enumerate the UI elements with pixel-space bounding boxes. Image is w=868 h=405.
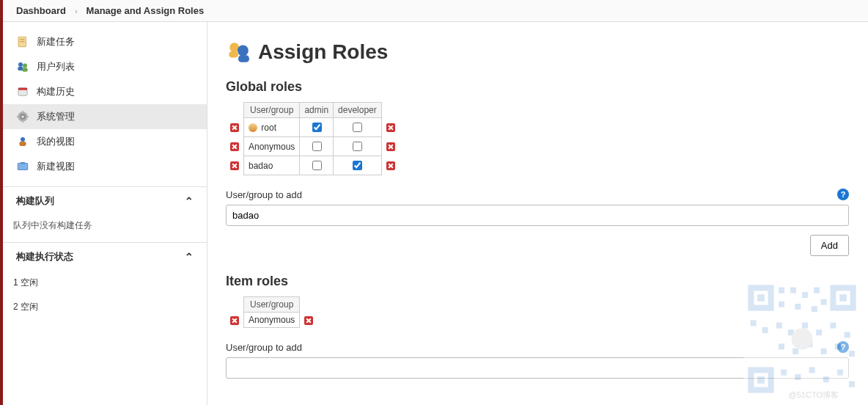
admin-checkbox[interactable] xyxy=(312,161,322,170)
svg-rect-12 xyxy=(22,111,23,113)
exec-status-title: 构建执行状态 xyxy=(16,250,73,263)
table-header: admin xyxy=(300,103,334,118)
svg-rect-1 xyxy=(20,39,24,40)
delete-icon[interactable] xyxy=(386,161,395,170)
build-queue-title: 构建队列 xyxy=(16,194,54,208)
item-add-label: User/group to add xyxy=(226,342,302,353)
newview-icon xyxy=(16,160,29,173)
users-icon xyxy=(16,60,29,73)
chevron-down-icon: ⌃ xyxy=(185,251,194,263)
delete-icon[interactable] xyxy=(386,123,395,132)
svg-rect-13 xyxy=(22,120,23,123)
svg-rect-18 xyxy=(18,164,28,170)
delete-icon[interactable] xyxy=(230,161,239,170)
svg-rect-15 xyxy=(26,116,29,117)
svg-rect-6 xyxy=(22,68,28,72)
gear-icon xyxy=(16,110,29,123)
breadcrumb-current[interactable]: Manage and Assign Roles xyxy=(87,5,205,16)
sidebar-item-3[interactable]: 系统管理 xyxy=(3,104,207,129)
table-header: developer xyxy=(334,103,382,118)
table-row: Anonymous xyxy=(226,137,400,156)
svg-point-21 xyxy=(238,45,249,56)
help-icon[interactable]: ? xyxy=(837,341,849,353)
build-queue-empty: 队列中没有构建任务 xyxy=(3,215,207,242)
global-add-label: User/group to add xyxy=(226,189,302,200)
svg-point-3 xyxy=(18,62,23,67)
svg-point-4 xyxy=(23,64,27,68)
exec-status-header[interactable]: 构建执行状态 ⌃ xyxy=(3,242,207,271)
svg-rect-2 xyxy=(20,41,24,42)
chevron-right-icon: › xyxy=(75,7,78,15)
sidebar-item-5[interactable]: 新建视图 xyxy=(3,154,207,179)
item-add-input[interactable] xyxy=(226,357,849,379)
user-cell: Anonymous xyxy=(244,313,300,328)
item-roles-heading: Item roles xyxy=(226,274,849,289)
add-button[interactable]: Add xyxy=(810,235,849,256)
myview-icon xyxy=(16,135,29,148)
people-icon xyxy=(226,40,251,65)
svg-rect-14 xyxy=(17,116,19,117)
sidebar-item-2[interactable]: 构建历史 xyxy=(3,79,207,104)
chevron-down-icon: ⌃ xyxy=(185,195,194,207)
svg-rect-17 xyxy=(20,142,26,146)
delete-icon[interactable] xyxy=(386,142,395,151)
global-add-input[interactable] xyxy=(226,205,849,226)
developer-checkbox[interactable] xyxy=(353,142,362,151)
sidebar-item-label: 新建任务 xyxy=(37,35,75,48)
svg-point-16 xyxy=(21,137,25,142)
item-roles-table: User/group Anonymous xyxy=(226,296,317,328)
developer-checkbox[interactable] xyxy=(353,161,362,170)
page-title: Assign Roles xyxy=(226,40,849,65)
table-row: Anonymous xyxy=(226,313,317,328)
global-roles-table: User/groupadmindeveloper rootAnonymousba… xyxy=(226,102,400,175)
user-icon xyxy=(249,123,257,132)
breadcrumb-home[interactable]: Dashboard xyxy=(16,5,66,16)
svg-rect-19 xyxy=(21,162,25,164)
table-header: User/group xyxy=(244,103,300,118)
breadcrumb: Dashboard › Manage and Assign Roles xyxy=(3,0,868,22)
sidebar-item-label: 系统管理 xyxy=(37,110,75,123)
delete-icon[interactable] xyxy=(230,123,239,132)
sidebar-item-label: 构建历史 xyxy=(37,85,75,98)
svg-rect-23 xyxy=(229,51,238,58)
sidebar-item-0[interactable]: 新建任务 xyxy=(3,29,207,54)
table-header: User/group xyxy=(244,297,300,313)
svg-rect-8 xyxy=(18,88,27,90)
main-panel: Assign Roles Global roles User/groupadmi… xyxy=(207,22,868,405)
build-queue-header[interactable]: 构建队列 ⌃ xyxy=(3,186,207,215)
executor-row: 2 空闲 xyxy=(3,295,207,319)
user-cell: badao xyxy=(244,156,300,175)
sidebar-item-label: 用户列表 xyxy=(37,60,75,73)
delete-icon[interactable] xyxy=(230,316,239,325)
history-icon xyxy=(16,85,29,98)
global-roles-heading: Global roles xyxy=(226,79,849,95)
doc-icon xyxy=(16,35,29,48)
user-cell: root xyxy=(244,118,300,137)
admin-checkbox[interactable] xyxy=(312,123,322,132)
executor-row: 1 空闲 xyxy=(3,271,207,295)
help-icon[interactable]: ? xyxy=(837,189,849,200)
sidebar-item-1[interactable]: 用户列表 xyxy=(3,54,207,79)
page-title-text: Assign Roles xyxy=(258,40,388,64)
developer-checkbox[interactable] xyxy=(353,123,362,132)
sidebar: 新建任务用户列表构建历史系统管理我的视图新建视图 构建队列 ⌃ 队列中没有构建任… xyxy=(3,22,207,405)
sidebar-item-4[interactable]: 我的视图 xyxy=(3,129,207,154)
delete-icon[interactable] xyxy=(304,316,313,325)
user-cell: Anonymous xyxy=(244,137,300,156)
sidebar-item-label: 新建视图 xyxy=(37,160,75,173)
svg-point-11 xyxy=(21,115,24,118)
sidebar-item-label: 我的视图 xyxy=(37,135,75,148)
table-row: badao xyxy=(226,156,400,175)
table-row: root xyxy=(226,118,400,137)
admin-checkbox[interactable] xyxy=(312,142,322,151)
delete-icon[interactable] xyxy=(230,142,239,151)
svg-rect-22 xyxy=(238,55,249,62)
